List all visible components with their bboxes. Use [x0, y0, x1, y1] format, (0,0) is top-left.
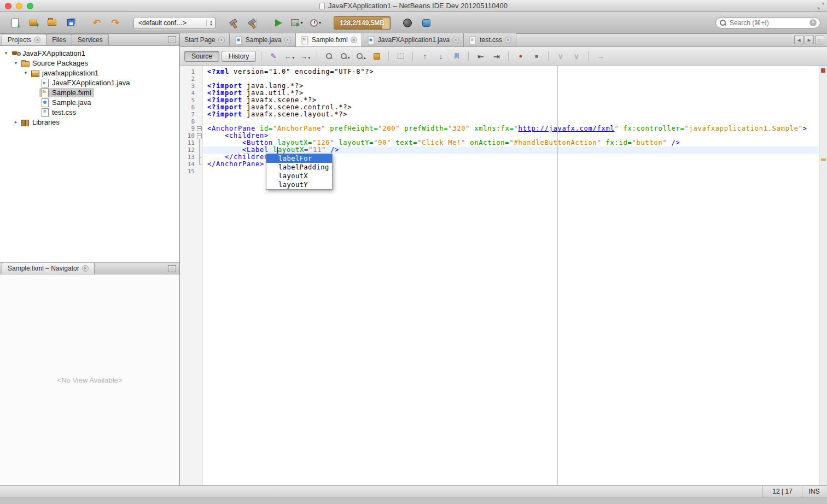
close-icon[interactable]: × — [284, 37, 291, 43]
fold-box-icon[interactable] — [197, 126, 202, 131]
tree-node[interactable]: ▾javafxapplication1 — [0, 68, 179, 78]
fullscreen-icon[interactable] — [818, 3, 824, 9]
line-number: 11 — [180, 139, 196, 146]
editor-tab[interactable]: Start Page× — [180, 33, 230, 46]
editor-tab[interactable]: JavaFXApplication1.java× — [362, 33, 464, 46]
completion-item[interactable]: layoutX — [266, 172, 332, 180]
back-button[interactable]: ←▾ — [282, 50, 296, 62]
forward-button[interactable]: →▾ — [298, 50, 312, 62]
find-selection-button[interactable] — [322, 50, 336, 62]
panel-tab-projects[interactable]: Projects× — [2, 34, 46, 45]
toggle-bookmark-button[interactable] — [450, 50, 463, 62]
source-view-button[interactable]: Source — [184, 51, 219, 62]
save-all-button[interactable] — [62, 15, 79, 31]
error-stripe[interactable] — [819, 66, 827, 485]
last-edit-location-button[interactable]: ✎ — [266, 50, 280, 62]
code-line[interactable]: 7<?import javafx.scene.layout.*?> — [180, 111, 819, 118]
previous-bookmark-button[interactable]: ∨ — [554, 50, 567, 62]
tree-node[interactable]: Sample.java — [0, 97, 179, 107]
editor-tab[interactable]: Sample.java× — [230, 33, 296, 46]
close-icon[interactable]: × — [351, 37, 357, 43]
next-bookmark-button[interactable]: ∨ — [569, 50, 583, 62]
profile-project-button[interactable]: ▾ — [307, 15, 324, 31]
find-next-occurrence-button[interactable]: ▾ — [338, 50, 352, 62]
stop-macro-recording-button[interactable]: ■ — [529, 50, 543, 62]
start-macro-recording-button[interactable]: ● — [514, 50, 527, 62]
shift-left-icon: ⇤ — [477, 52, 484, 60]
debug-project-button[interactable]: ▾ — [289, 15, 305, 31]
warning-mark-icon[interactable] — [821, 159, 826, 161]
disclosure-triangle-icon[interactable]: ▾ — [22, 70, 30, 75]
completion-item[interactable]: layoutY — [266, 180, 332, 189]
close-icon[interactable]: × — [82, 265, 89, 272]
profiler-button[interactable] — [418, 15, 434, 31]
tree-node-label: JavaFXApplication1 — [22, 49, 85, 57]
redo-button[interactable]: ↷ — [107, 15, 124, 31]
garbage-collect-button[interactable] — [399, 15, 416, 31]
tree-node[interactable]: ▸Libraries — [0, 117, 179, 127]
shift-right-button[interactable]: ⇥ — [490, 50, 503, 62]
close-icon[interactable]: × — [452, 37, 459, 43]
find-previous-occurrence-button[interactable]: ▴ — [354, 50, 368, 62]
disclosure-triangle-icon[interactable]: ▾ — [2, 50, 10, 56]
disclosure-triangle-icon[interactable]: ▸ — [12, 119, 20, 125]
new-project-button[interactable] — [25, 15, 42, 31]
close-icon[interactable]: × — [218, 37, 225, 43]
magnifier-icon — [356, 52, 363, 60]
navigator-tab[interactable]: Sample.fxml – Navigator × — [2, 262, 95, 274]
tree-node[interactable]: ▾Source Packages — [0, 58, 179, 68]
minimize-window-button[interactable] — [16, 3, 22, 9]
search-input[interactable] — [730, 19, 806, 27]
shift-left-button[interactable]: ⇤ — [474, 50, 487, 62]
new-file-button[interactable] — [7, 15, 23, 31]
previous-occurrence-button[interactable]: ↑ — [418, 50, 432, 62]
disclosure-triangle-icon[interactable]: ▾ — [12, 60, 20, 66]
search-box[interactable]: × — [715, 17, 820, 28]
clear-search-icon[interactable]: × — [809, 19, 817, 26]
minimize-panel-button[interactable]: □ — [168, 265, 176, 272]
close-icon[interactable]: × — [34, 37, 40, 43]
tree-node[interactable]: test.css — [0, 107, 179, 117]
scroll-tabs-right-button[interactable]: ▶ — [805, 36, 814, 44]
code-line[interactable]: 1<?xml version="1.0" encoding="UTF-8"?> — [180, 68, 819, 75]
window-title: JavaFXApplication1 – NetBeans IDE Dev 20… — [328, 2, 508, 10]
close-icon[interactable]: × — [505, 37, 511, 43]
tree-node[interactable]: Sample.fxml — [0, 87, 179, 97]
maximize-window-button[interactable]: □ — [815, 36, 824, 44]
minimize-panel-button[interactable]: □ — [168, 36, 176, 43]
undo-button[interactable]: ↶ — [89, 15, 105, 31]
editor-tab[interactable]: test.css× — [464, 33, 516, 46]
panel-tab-services[interactable]: Services — [72, 34, 109, 45]
completion-item[interactable]: labelPadding — [266, 163, 332, 172]
navigator-tabbar: Sample.fxml – Navigator × □ — [0, 262, 179, 274]
close-window-button[interactable] — [5, 3, 11, 9]
editor-tab[interactable]: Sample.fxml× — [296, 33, 362, 46]
zoom-window-button[interactable] — [27, 3, 33, 9]
fxml-icon — [40, 89, 49, 97]
next-error-button[interactable]: → — [593, 50, 607, 62]
scroll-tabs-left-button[interactable]: ◀ — [794, 36, 803, 44]
libraries-icon — [21, 118, 30, 126]
code-area[interactable]: 1<?xml version="1.0" encoding="UTF-8"?>2… — [180, 66, 819, 485]
undo-icon: ↶ — [92, 18, 101, 28]
line-number: 10 — [180, 132, 196, 139]
open-project-button[interactable] — [44, 15, 60, 31]
fold-box-icon[interactable] — [197, 133, 202, 138]
memory-gauge[interactable]: 128,2/149,5MB — [334, 16, 391, 30]
rectangular-selection-button[interactable] — [394, 50, 407, 62]
config-dropdown[interactable]: <default conf…> ▲▼ — [133, 17, 216, 29]
panel-tab-files[interactable]: Files — [46, 34, 72, 45]
tree-node[interactable]: JavaFXApplication1.java — [0, 78, 179, 87]
completion-item[interactable]: labelFor — [266, 154, 332, 163]
stop-icon: ■ — [535, 54, 538, 59]
code-line[interactable]: 9<AnchorPane id="AnchorPane" prefHeight=… — [180, 125, 819, 132]
code-line[interactable]: 12 <Label layoutX="11" /> — [180, 146, 819, 154]
history-view-button[interactable]: History — [222, 51, 256, 62]
build-project-button[interactable] — [225, 15, 242, 31]
run-project-button[interactable] — [270, 15, 287, 31]
clean-build-project-button[interactable] — [244, 15, 260, 31]
editor-body[interactable]: 1<?xml version="1.0" encoding="UTF-8"?>2… — [180, 66, 827, 485]
tree-node[interactable]: ▾JavaFXApplication1 — [0, 48, 179, 58]
next-occurrence-button[interactable]: ↓ — [434, 50, 447, 62]
toggle-highlight-search-button[interactable] — [370, 50, 383, 62]
